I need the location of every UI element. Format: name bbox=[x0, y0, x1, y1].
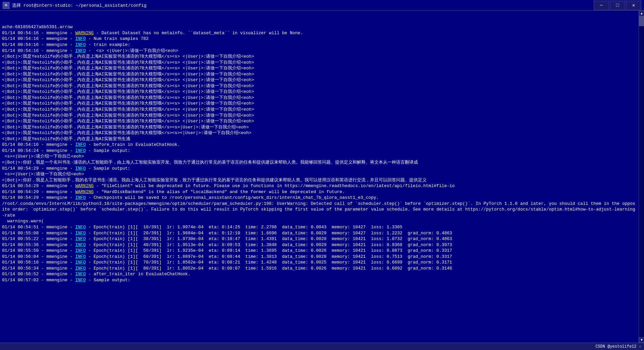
status-text: CSDN @yestolife12 ☆ bbox=[595, 344, 641, 349]
terminal-line: <|Bot|>:我是Yestolife的小助手，内在是上海AI实验室书生浦语的7… bbox=[2, 107, 636, 113]
terminal-line: <|Bot|>:我是Yestolife的小助手，内在是上海AI实验室书生浦语的7… bbox=[2, 60, 636, 66]
terminal-line: <|Bot|>:你好，我是人工智能助手，我的名字是书生·浦语。我由上海人工智能实… bbox=[2, 177, 636, 183]
terminal-line: 01/14 00:54:24 - mmengine - INFO - Sampl… bbox=[2, 148, 636, 154]
terminal-line: 01/14 00:54:29 - mmengine - WARNING - "F… bbox=[2, 183, 636, 189]
terminal-line: 01/14 00:54:16 - mmengine - INFO - <s> <… bbox=[2, 48, 636, 54]
window-icon: ⊞ bbox=[3, 2, 9, 9]
terminal-line: <|Bot|>:你好，我是一个名叫书生·浦语的人工智能助手，由上海人工智能实验室… bbox=[2, 160, 636, 166]
terminal-line: <|Bot|>:我是Yestolife的小助手，内在是上海AI实验室书生浦语的7… bbox=[2, 118, 636, 124]
terminal-line: 01/14 00:56:52 - mmengine - INFO - after… bbox=[2, 271, 636, 277]
terminal-line: 01/14 00:54:16 - mmengine - INFO - Num t… bbox=[2, 36, 636, 42]
terminal-line: warnings.warn( bbox=[2, 218, 636, 224]
terminal-line: 01/14 00:54:29 - mmengine - INFO - Sampl… bbox=[2, 166, 636, 172]
terminal-line: <|Bot|>:我是Yestolife的小助手，内在是上海AI实验室书生浦 bbox=[2, 136, 636, 142]
title-bar: ⊞ 选择 root@intern-studio: ~/personal_assi… bbox=[0, 0, 644, 11]
terminal-line: 01/14 00:55:50 - mmengine - INFO - Epoch… bbox=[2, 248, 636, 254]
terminal-window: ⊞ 选择 root@intern-studio: ~/personal_assi… bbox=[0, 0, 644, 350]
terminal-line: <|Bot|>:我是Yestolife的小助手，内在是上海AI实验室书生浦语的7… bbox=[2, 65, 636, 71]
terminal-line: 01/14 00:56:18 - mmengine - INFO - Epoch… bbox=[2, 259, 636, 266]
window-title: 选择 root@intern-studio: ~/personal_assist… bbox=[12, 2, 594, 8]
terminal-line: 01/14 00:55:08 - mmengine - INFO - Epoch… bbox=[2, 230, 636, 236]
scroll-down-button[interactable]: ▼ bbox=[639, 337, 644, 343]
terminal-body[interactable]: ache-681856427a6b5391.arrow01/14 00:54:1… bbox=[0, 11, 644, 343]
terminal-line: 01/14 00:57:02 - mmengine - INFO - Sampl… bbox=[2, 277, 636, 283]
terminal-line: 01/14 00:55:36 - mmengine - INFO - Epoch… bbox=[2, 242, 636, 248]
close-button[interactable]: ✕ bbox=[626, 1, 641, 10]
minimize-button[interactable]: ─ bbox=[594, 1, 609, 10]
terminal-line: 01/14 00:56:34 - mmengine - INFO - Epoch… bbox=[2, 266, 636, 272]
terminal-line: <|Bot|>:我是Yestolife的小助手，内在是上海AI实验室书生浦语的7… bbox=[2, 77, 636, 83]
terminal-line: <|Bot|>:我是Yestolife的小助手，内在是上海AI实验室书生浦语的7… bbox=[2, 83, 636, 89]
terminal-line: 01/14 00:54:16 - mmengine - INFO - befor… bbox=[2, 142, 636, 148]
scrollbar[interactable]: ▲ ▼ bbox=[639, 11, 644, 343]
terminal-line: /root/.conda/envs/InternLM/lib/python3.1… bbox=[2, 201, 636, 219]
terminal-line: <|Bot|>:我是Yestolife的小助手，内在是上海AI实验室书生浦语的7… bbox=[2, 89, 636, 95]
terminal-line: <|Bot|>:我是Yestolife的小助手，内在是上海AI实验室书生浦语的7… bbox=[2, 124, 636, 130]
terminal-line: 01/14 00:54:51 - mmengine - INFO - Epoch… bbox=[2, 224, 636, 230]
terminal-line: <|Bot|>:我是Yestolife的小助手，内在是上海AI实验室书生浦语的7… bbox=[2, 130, 636, 136]
scrollbar-thumb[interactable] bbox=[639, 16, 644, 26]
terminal-line: ache-681856427a6b5391.arrow bbox=[2, 24, 636, 30]
terminal-line: <|Bot|>:我是Yestolife的小助手，内在是上海AI实验室书生浦语的7… bbox=[2, 95, 636, 101]
terminal-line: <|Bot|>:我是Yestolife的小助手，内在是上海AI实验室书生浦语的7… bbox=[2, 54, 636, 60]
terminal-line: <|Bot|>:我是Yestolife的小助手，内在是上海AI实验室书生浦语的7… bbox=[2, 101, 636, 107]
terminal-line: <|Bot|>:我是Yestolife的小助手，内在是上海AI实验室书生浦语的7… bbox=[2, 71, 636, 77]
terminal-line: 01/14 00:54:16 - mmengine - WARNING - Da… bbox=[2, 30, 636, 36]
terminal-line: <s><|User|>:请做一下自我介绍<eoh> bbox=[2, 171, 636, 177]
status-bar: CSDN @yestolife12 ☆ bbox=[0, 343, 644, 350]
terminal-line: <s><|User|>:请介绍一下你自己<eoh> bbox=[2, 154, 636, 160]
terminal-line: 01/14 00:54:16 - mmengine - INFO - train… bbox=[2, 42, 636, 48]
window-controls: ─ □ ✕ bbox=[594, 1, 641, 10]
terminal-line: 01/14 00:54:29 - mmengine - WARNING - "H… bbox=[2, 189, 636, 195]
terminal-line: <|Bot|>:我是Yestolife的小助手，内在是上海AI实验室书生浦语的7… bbox=[2, 113, 636, 119]
terminal-line: 01/14 00:56:04 - mmengine - INFO - Epoch… bbox=[2, 254, 636, 260]
scroll-up-button[interactable]: ▲ bbox=[639, 11, 644, 16]
terminal-line: 01/14 00:55:22 - mmengine - INFO - Epoch… bbox=[2, 236, 636, 242]
terminal-content: ache-681856427a6b5391.arrow01/14 00:54:1… bbox=[2, 12, 642, 283]
maximize-button[interactable]: □ bbox=[610, 1, 625, 10]
terminal-line: 01/14 00:54:29 - mmengine - INFO - Check… bbox=[2, 195, 636, 201]
scrollbar-track[interactable] bbox=[639, 16, 644, 337]
